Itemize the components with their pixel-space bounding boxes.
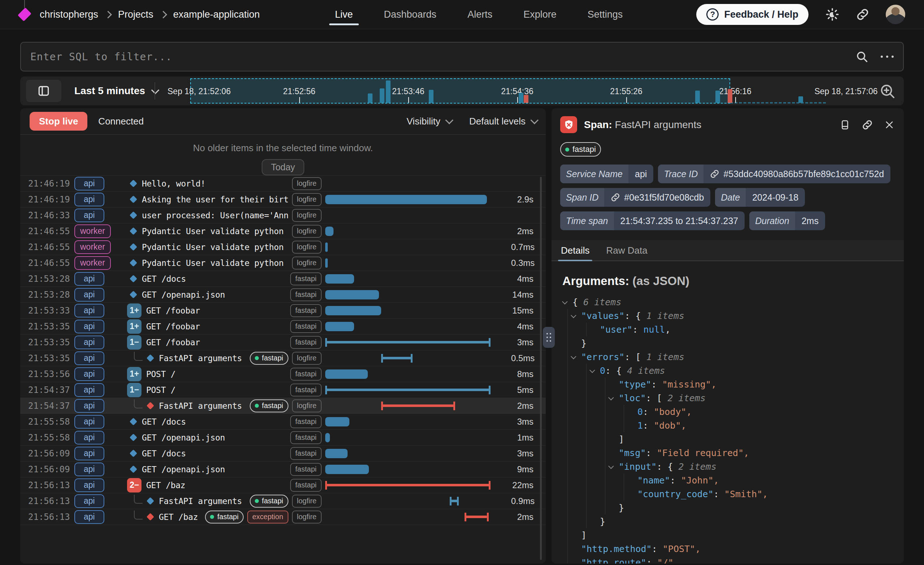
trace-row[interactable]: 21:56:09apiGET /docsfastapi3ms <box>20 445 546 462</box>
trace-row[interactable]: 21:46:19apiAsking the user for their bir… <box>20 192 546 207</box>
trace-row[interactable]: 21:55:58apiGET /openapi.jsonfastapi1ms <box>20 430 546 445</box>
tab-explore[interactable]: Explore <box>524 0 556 29</box>
trace-row[interactable]: 21:46:55workerPydantic User validate_pyt… <box>20 239 546 255</box>
json-line[interactable]: "msg": "Field required", <box>562 446 904 460</box>
breadcrumb-item-example-application[interactable]: example-application <box>173 9 260 20</box>
json-line[interactable]: 1: "dob", <box>562 418 904 432</box>
tab-settings[interactable]: Settings <box>588 0 623 29</box>
trace-row[interactable]: 21:56:13apiGET /baz (fofastapiexceptionl… <box>20 509 546 525</box>
close-icon[interactable] <box>884 120 894 130</box>
json-line[interactable]: "loc": [ 2 items <box>562 391 904 405</box>
tab-details[interactable]: Details <box>561 240 590 261</box>
json-line[interactable]: ] <box>562 528 904 542</box>
collapse-chevron-icon[interactable] <box>609 396 619 400</box>
collapse-chevron-icon[interactable] <box>571 355 581 359</box>
link-icon[interactable] <box>611 193 620 202</box>
trace-row[interactable]: 21:46:55workerPydantic User validate_pyt… <box>20 255 546 271</box>
indent-guide <box>567 432 568 446</box>
trace-row[interactable]: 21:46:55workerPydantic User validate_pyt… <box>20 223 546 239</box>
json-line[interactable]: "user": null, <box>562 322 904 336</box>
json-line[interactable]: "type": "missing", <box>562 378 904 391</box>
logfire-logo-icon[interactable] <box>18 7 32 21</box>
duration-bar <box>325 417 350 426</box>
zoom-in-icon[interactable] <box>879 83 896 100</box>
indent-guide <box>567 514 568 528</box>
trace-row[interactable]: 21:56:09apiGET /openapi.jsonfastapi9ms <box>20 462 546 477</box>
user-avatar[interactable] <box>886 5 905 24</box>
trace-row[interactable]: 21:53:28apiGET /docsfastapi4ms <box>20 271 546 287</box>
green-dot-icon <box>255 356 259 360</box>
tab-live[interactable]: Live <box>335 0 353 29</box>
tag-fastapi: fastapi <box>290 320 322 333</box>
json-meta: 6 items <box>583 297 621 307</box>
trace-row[interactable]: 21:53:35apiFastAPI argumentsfastapilogfi… <box>20 350 546 366</box>
json-line[interactable]: } <box>562 336 904 350</box>
children-toggle-badge[interactable]: 1− <box>127 335 141 349</box>
tab-dashboards[interactable]: Dashboards <box>384 0 437 29</box>
json-line[interactable]: "http.route": "/", <box>562 556 904 564</box>
search-icon[interactable] <box>855 50 868 63</box>
tag-fastapi: fastapi <box>290 384 322 397</box>
timeline-selection[interactable] <box>190 78 730 103</box>
json-line[interactable]: } <box>562 501 904 514</box>
children-toggle-badge[interactable]: 1− <box>127 383 141 397</box>
trace-row[interactable]: 21:56:13api2−GET /bazfastapi22ms <box>20 477 546 493</box>
breadcrumb-item-projects[interactable]: Projects <box>118 9 153 20</box>
trace-row[interactable]: 21:46:19apiHello, world!logfire <box>20 176 546 192</box>
breadcrumb-item-christophergs[interactable]: christophergs <box>40 9 98 20</box>
trace-row[interactable]: 21:53:35api1−GET /foobarfastapi3ms <box>20 334 546 350</box>
json-line[interactable]: ] <box>562 432 904 446</box>
trace-row[interactable]: 21:53:33api1+GET /foobarfastapi15ms <box>20 303 546 319</box>
children-toggle-badge[interactable]: 1+ <box>127 319 141 334</box>
timeline-histogram[interactable]: Sep 18, 21:52:06 Sep 18, 21:57:06 21:52:… <box>158 76 871 105</box>
theme-toggle-icon[interactable] <box>825 7 840 22</box>
trace-row[interactable]: 21:53:28apiGET /openapi.jsonfastapi14ms <box>20 287 546 303</box>
link-icon[interactable] <box>710 169 719 178</box>
copy-link-icon[interactable] <box>856 8 869 21</box>
json-line[interactable]: "input": { 2 items <box>562 460 904 474</box>
trace-row[interactable]: 21:53:56api1+POST /fastapi8ms <box>20 366 546 382</box>
tab-raw-data[interactable]: Raw Data <box>606 240 647 261</box>
json-line[interactable]: 0: "body", <box>562 405 904 418</box>
json-line[interactable]: { 6 items <box>562 295 904 309</box>
json-line[interactable]: "name": "John", <box>562 474 904 487</box>
copy-link-icon[interactable] <box>862 120 873 130</box>
json-line[interactable]: "http.method": "POST", <box>562 542 904 556</box>
tag-fastapi: fastapi <box>290 479 322 492</box>
children-toggle-badge[interactable]: 2− <box>127 478 141 493</box>
collapse-chevron-icon[interactable] <box>590 369 600 373</box>
today-button[interactable]: Today <box>262 159 304 175</box>
trace-row[interactable]: 21:56:13apiFastAPI argumentsfastapilogfi… <box>20 493 546 509</box>
scrollbar[interactable] <box>540 177 542 560</box>
visibility-dropdown[interactable]: Visibility <box>406 116 451 127</box>
collapse-chevron-icon[interactable] <box>571 314 581 318</box>
trace-row[interactable]: 21:54:37api1−POST /fastapi5ms <box>20 382 546 398</box>
collapse-chevron-icon[interactable] <box>562 300 573 304</box>
time-range-select[interactable]: Last 5 minutes <box>74 76 158 105</box>
json-line[interactable]: "country_code": "Smith", <box>562 487 904 501</box>
children-toggle-badge[interactable]: 1+ <box>127 367 141 381</box>
children-toggle-badge[interactable]: 1+ <box>127 303 141 318</box>
trace-row-waterfall <box>325 445 511 461</box>
sidebar-toggle-button[interactable] <box>26 80 62 102</box>
tab-alerts[interactable]: Alerts <box>467 0 492 29</box>
more-options-icon[interactable] <box>880 55 894 58</box>
trace-row[interactable]: 21:55:58apiGET /docsfastapi3ms <box>20 414 546 430</box>
json-line[interactable]: "values": { 1 items <box>562 309 904 322</box>
collapse-chevron-icon[interactable] <box>609 465 619 469</box>
chip-label: Trace ID <box>658 165 704 183</box>
trace-row[interactable]: 21:53:35api1+GET /foobarfastapi4ms <box>20 319 546 334</box>
feedback-help-button[interactable]: ? Feedback / Help <box>696 4 808 25</box>
json-line[interactable]: } <box>562 514 904 528</box>
json-line[interactable]: 0: { 4 items <box>562 364 904 378</box>
sql-filter-input[interactable]: Enter SQL to filter... <box>20 42 904 72</box>
fastapi-tag[interactable]: fastapi <box>560 142 601 157</box>
panel-resize-handle[interactable] <box>543 327 555 348</box>
arguments-heading: Arguments: (as JSON) <box>562 274 904 288</box>
json-line[interactable]: "errors": [ 1 items <box>562 350 904 364</box>
default-levels-dropdown[interactable]: Default levels <box>469 116 536 127</box>
trace-row[interactable]: 21:54:37apiFastAPI argumentsfastapilogfi… <box>20 398 546 414</box>
dock-panel-icon[interactable] <box>840 120 850 130</box>
stop-live-button[interactable]: Stop live <box>30 112 87 130</box>
trace-row[interactable]: 21:46:33apiuser processed: User(name='An… <box>20 207 546 223</box>
